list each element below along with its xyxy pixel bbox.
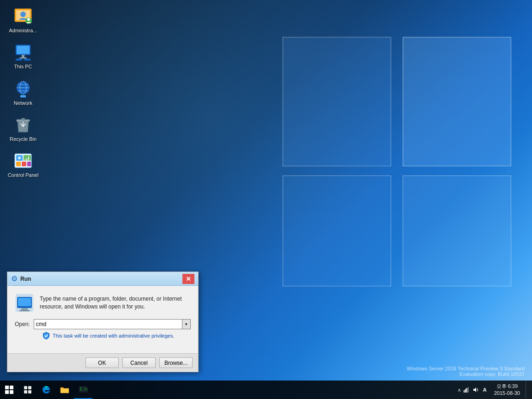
task-view-button[interactable] (18, 381, 37, 399)
desktop-icon-this-pc[interactable]: This PC (5, 41, 42, 72)
run-close-button[interactable]: ✕ (182, 274, 194, 284)
taskbar-date: 2015-08-30 (494, 390, 520, 397)
run-dialog-icon (15, 293, 34, 313)
desktop-icon-administrator[interactable]: Administra... (5, 5, 42, 36)
start-button[interactable] (0, 381, 18, 399)
svg-rect-36 (24, 390, 27, 393)
run-ok-button[interactable]: OK (85, 357, 119, 368)
win-panel-top-left (283, 37, 391, 166)
run-input[interactable] (34, 319, 182, 329)
run-dialog-titlebar: ⚙ Run ✕ (7, 272, 198, 286)
run-titlebar-text: Run (20, 276, 180, 282)
explorer-button[interactable] (55, 381, 74, 399)
build-info-text: Evaluation copy. Build 10537 (407, 371, 525, 377)
svg-rect-32 (21, 308, 28, 310)
os-info-text: Windows Server 2016 Technical Preview 3 … (407, 366, 525, 371)
tray-ime-icon[interactable]: A (481, 386, 489, 393)
run-dialog: ⚙ Run ✕ Type the name of a program, fold… (7, 272, 199, 372)
network-label: Network (14, 100, 32, 106)
run-titlebar-icon: ⚙ (11, 274, 18, 283)
network-icon (14, 79, 32, 98)
desktop-icon-control-panel[interactable]: Control Panel (5, 149, 42, 181)
admin-notice-text: This task will be created with administr… (53, 333, 175, 339)
svg-point-25 (18, 157, 21, 159)
control-panel-label: Control Panel (8, 172, 39, 178)
show-desktop-button[interactable] (526, 381, 528, 399)
this-pc-label: This PC (14, 63, 32, 70)
svg-point-2 (20, 12, 26, 17)
desktop-icon-recycle-bin[interactable]: Recycle Bin (5, 113, 42, 145)
svg-rect-22 (16, 162, 21, 166)
tray-expand-arrow[interactable]: ∧ (458, 387, 461, 393)
taskbar-clock[interactable]: 오후 6:39 2015-08-30 (490, 383, 524, 397)
run-dialog-content: Type the name of a program, folder, docu… (7, 286, 198, 353)
cmd-button[interactable]: C:\> (74, 381, 92, 399)
svg-rect-27 (26, 158, 27, 161)
this-pc-icon (14, 43, 32, 61)
tray-network-icon[interactable] (463, 386, 470, 393)
desktop-icon-network[interactable]: Network (5, 77, 42, 109)
edge-button[interactable] (37, 381, 55, 399)
administrator-icon (14, 7, 32, 25)
svg-rect-31 (18, 298, 31, 306)
svg-text:C:\>: C:\> (80, 387, 88, 392)
svg-rect-6 (17, 46, 30, 54)
tray-volume-icon[interactable] (472, 386, 479, 393)
svg-rect-34 (24, 386, 27, 389)
taskbar-right: ∧ A 오후 6:39 (458, 381, 532, 399)
svg-rect-44 (468, 387, 469, 393)
svg-rect-43 (466, 388, 467, 393)
taskbar-time: 오후 6:39 (494, 383, 520, 390)
administrator-label: Administra... (9, 27, 37, 34)
run-header: Type the name of a program, folder, docu… (15, 293, 191, 313)
windows-logo-panels (283, 28, 523, 296)
run-browse-button[interactable]: Browse... (159, 357, 193, 368)
open-label: Open: (15, 321, 30, 327)
svg-rect-18 (21, 118, 25, 120)
svg-rect-7 (22, 55, 24, 57)
svg-rect-33 (19, 310, 30, 311)
shield-icon (42, 332, 50, 339)
svg-point-4 (27, 18, 30, 21)
win-panel-bottom-right (403, 175, 511, 286)
svg-rect-8 (19, 57, 27, 59)
svg-rect-23 (22, 162, 26, 166)
desktop-icons: Administra... This PC (5, 5, 42, 181)
recycle-bin-label: Recycle Bin (10, 136, 36, 142)
svg-rect-35 (28, 386, 31, 389)
svg-rect-9 (16, 59, 22, 60)
desktop: Administra... This PC (0, 0, 532, 399)
run-dropdown-arrow[interactable]: ▾ (182, 319, 191, 329)
admin-notice: This task will be created with administr… (15, 332, 191, 339)
svg-rect-10 (24, 59, 30, 60)
run-dialog-footer: OK Cancel Browse... (7, 353, 198, 372)
recycle-bin-icon (14, 115, 32, 134)
svg-rect-28 (28, 157, 29, 161)
run-cancel-button[interactable]: Cancel (122, 357, 156, 368)
run-input-row: Open: ▾ (15, 319, 191, 329)
svg-rect-42 (465, 389, 466, 393)
os-info-area: Windows Server 2016 Technical Preview 3 … (407, 366, 525, 377)
win-panel-top-right (403, 37, 511, 166)
taskbar: C:\> ∧ A (0, 381, 532, 399)
run-description: Type the name of a program, folder, docu… (40, 293, 191, 311)
svg-rect-24 (27, 162, 31, 166)
svg-rect-37 (28, 390, 31, 393)
control-panel-icon (14, 151, 32, 170)
svg-rect-41 (464, 390, 465, 393)
svg-rect-16 (20, 95, 26, 97)
win-panel-bottom-left (283, 175, 391, 286)
svg-rect-38 (60, 388, 69, 393)
svg-rect-26 (24, 159, 25, 161)
open-input-wrapper: ▾ (34, 319, 191, 329)
start-icon (5, 386, 13, 394)
